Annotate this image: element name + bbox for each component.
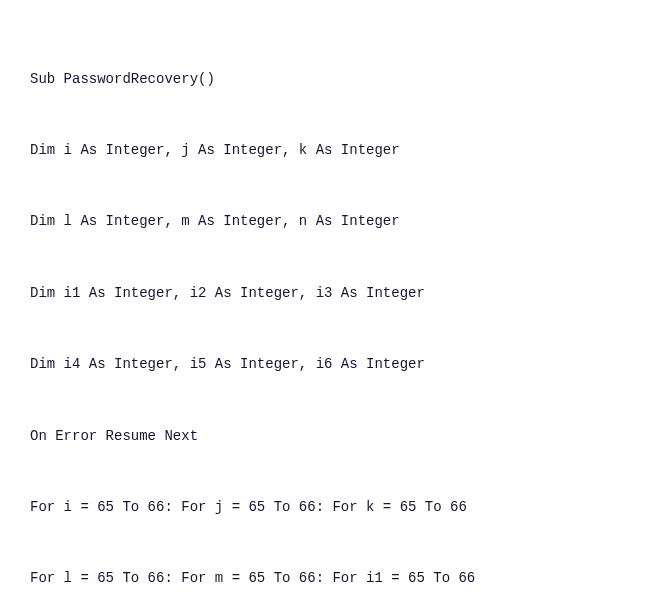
code-line: For l = 65 To 66: For m = 65 To 66: For …	[30, 567, 623, 591]
code-line: Dim i1 As Integer, i2 As Integer, i3 As …	[30, 282, 623, 306]
code-line: On Error Resume Next	[30, 425, 623, 449]
code-line: Dim i4 As Integer, i5 As Integer, i6 As …	[30, 353, 623, 377]
code-line: Dim l As Integer, m As Integer, n As Int…	[30, 210, 623, 234]
code-line: For i = 65 To 66: For j = 65 To 66: For …	[30, 496, 623, 520]
code-line: Dim i As Integer, j As Integer, k As Int…	[30, 139, 623, 163]
code-block: Sub PasswordRecovery() Dim i As Integer,…	[30, 20, 623, 596]
code-line: Sub PasswordRecovery()	[30, 68, 623, 92]
